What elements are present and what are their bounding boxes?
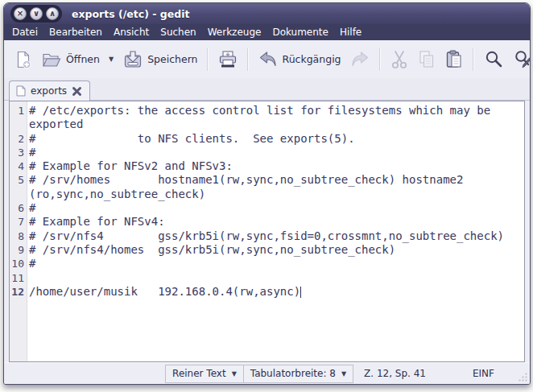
editor-row[interactable]: 4# Example for NFSv2 and NFSv3: <box>10 159 524 173</box>
search-replace-icon <box>512 49 531 70</box>
copy-icon <box>417 49 436 70</box>
new-document-icon <box>14 50 33 69</box>
print-button[interactable] <box>213 45 242 74</box>
line-number: 1 <box>10 104 27 118</box>
line-number: 5 <box>10 173 27 187</box>
open-button-label: Öffnen <box>66 53 100 65</box>
editor-row[interactable]: 6# <box>10 201 524 215</box>
toolbar-separator <box>247 48 249 71</box>
search-button[interactable] <box>479 45 508 74</box>
tab-exports[interactable]: exports <box>9 80 90 101</box>
editor-row[interactable]: 2# to NFS clients. See exports(5). <box>10 132 524 146</box>
code-line[interactable]: (ro,sync,no_subtree_check) <box>27 188 524 201</box>
editor-row[interactable]: 7# Example for NFSv4: <box>10 215 524 229</box>
editor-row[interactable]: 5# /srv/homes hostname1(rw,sync,no_subtr… <box>10 173 524 187</box>
editor-row[interactable]: 10# <box>10 257 524 270</box>
editor-row[interactable]: 1# /etc/exports: the access control list… <box>10 104 524 118</box>
close-icon[interactable] <box>72 86 82 97</box>
menu-item-suchen[interactable]: Suchen <box>155 25 201 39</box>
editor-row[interactable]: 3# <box>10 146 524 159</box>
editor-rows: 1# /etc/exports: the access control list… <box>10 101 524 299</box>
editor-row[interactable]: 12/home/user/musik 192.168.0.4(rw,async) <box>10 285 524 299</box>
cut-icon <box>390 49 409 70</box>
editor-row[interactable]: 11 <box>10 271 524 285</box>
code-line[interactable] <box>27 271 524 285</box>
document-icon <box>16 85 26 97</box>
save-icon <box>122 49 143 70</box>
menu-item-ansicht[interactable]: Ansicht <box>108 25 155 39</box>
line-number <box>10 188 27 201</box>
menu-item-bearbeiten[interactable]: Bearbeiten <box>43 25 108 39</box>
menubar: DateiBearbeitenAnsichtSuchenWerkzeugeDok… <box>4 24 530 40</box>
chevron-down-icon: ▼ <box>232 370 237 378</box>
maximize-icon[interactable]: ∧ <box>46 7 59 20</box>
undo-icon <box>258 50 279 69</box>
open-folder-icon <box>41 50 62 69</box>
menu-item-dokumente[interactable]: Dokumente <box>266 25 334 39</box>
tabbar: exports <box>4 78 530 101</box>
editor-row[interactable]: (ro,sync,no_subtree_check) <box>10 188 524 201</box>
highlight-mode-button[interactable]: Reiner Text ▼ <box>165 365 244 383</box>
code-line[interactable]: # Example for NFSv4: <box>27 215 524 229</box>
editor-row[interactable]: 8# /srv/nfs4 gss/krb5i(rw,sync,fsid=0,cr… <box>10 229 524 243</box>
open-recent-dropdown[interactable]: ▼ <box>104 52 118 66</box>
code-line[interactable]: # /srv/nfs4/homes gss/krb5i(rw,sync,no_s… <box>27 243 524 257</box>
print-icon <box>217 49 238 70</box>
search-replace-button[interactable] <box>508 45 531 74</box>
chevron-down-icon: ▼ <box>341 370 346 378</box>
cursor-position: Z. 12, Sp. 41 <box>364 368 426 379</box>
code-line[interactable]: # /etc/exports: the access control list … <box>27 104 524 118</box>
paste-icon <box>444 49 464 70</box>
insert-mode-indicator: EINF <box>473 368 494 379</box>
redo-button[interactable] <box>345 46 374 73</box>
window-controls: × ∨ ∧ <box>10 5 62 23</box>
redo-icon <box>349 50 370 69</box>
close-icon[interactable]: × <box>14 7 27 20</box>
code-line[interactable]: exported <box>27 118 524 131</box>
titlebar[interactable]: × ∨ ∧ exports (/etc) - gedit <box>4 3 530 24</box>
line-number: 9 <box>10 243 27 257</box>
line-number: 6 <box>10 201 27 215</box>
code-line[interactable]: # <box>27 257 524 270</box>
window-title: exports (/etc) - gedit <box>72 8 189 20</box>
code-line[interactable]: # Example for NFSv2 and NFSv3: <box>27 159 524 173</box>
code-line[interactable]: # <box>27 146 524 159</box>
toolbar-separator <box>207 48 209 71</box>
open-button[interactable]: Öffnen <box>37 46 104 73</box>
tab-width-label: Tabulatorbreite: 8 <box>250 368 336 379</box>
line-number: 3 <box>10 146 27 159</box>
new-document-button[interactable] <box>10 46 37 73</box>
line-number: 7 <box>10 215 27 229</box>
editor-row[interactable]: exported <box>10 118 524 131</box>
menu-item-werkzeuge[interactable]: Werkzeuge <box>202 25 267 39</box>
text-caret <box>300 287 301 298</box>
paste-button[interactable] <box>440 45 468 74</box>
code-line[interactable]: # to NFS clients. See exports(5). <box>27 132 524 146</box>
code-line[interactable]: # <box>27 201 524 215</box>
menu-item-hilfe[interactable]: Hilfe <box>334 25 367 39</box>
save-button[interactable]: Speichern <box>118 45 201 74</box>
code-line[interactable]: # /srv/homes hostname1(rw,sync,no_subtre… <box>27 173 524 187</box>
toolbar-separator <box>473 48 474 71</box>
search-icon <box>483 49 504 70</box>
save-button-label: Speichern <box>147 53 197 65</box>
undo-button[interactable]: Rückgängig <box>254 46 345 73</box>
undo-button-label: Rückgängig <box>283 53 341 65</box>
code-line[interactable]: /home/user/musik 192.168.0.4(rw,async) <box>27 285 524 299</box>
copy-button[interactable] <box>413 45 440 74</box>
tab-width-button[interactable]: Tabulatorbreite: 8 ▼ <box>243 365 353 383</box>
code-line[interactable]: # /srv/nfs4 gss/krb5i(rw,sync,fsid=0,cro… <box>27 229 524 243</box>
line-number: 2 <box>10 132 27 146</box>
line-number: 4 <box>10 159 27 173</box>
menu-item-datei[interactable]: Datei <box>6 25 43 39</box>
resize-grip[interactable] <box>518 372 528 382</box>
gedit-window: × ∨ ∧ exports (/etc) - gedit DateiBearbe… <box>3 2 531 385</box>
line-number <box>10 118 27 131</box>
line-number: 12 <box>10 285 27 299</box>
editor-row[interactable]: 9# /srv/nfs4/homes gss/krb5i(rw,sync,no_… <box>10 243 524 257</box>
toolbar: Öffnen ▼ Speichern Rückgängig <box>4 40 530 78</box>
cut-button[interactable] <box>386 45 413 74</box>
line-number: 8 <box>10 229 27 243</box>
text-editor[interactable]: 1# /etc/exports: the access control list… <box>9 101 525 362</box>
minimize-icon[interactable]: ∨ <box>30 7 43 20</box>
